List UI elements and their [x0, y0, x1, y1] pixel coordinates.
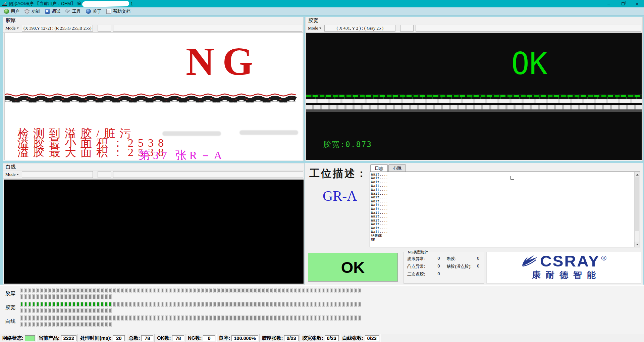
ng-stat-label: 凸点异常:: [407, 264, 425, 270]
menu-item[interactable]: 调试: [44, 8, 64, 15]
menu-item[interactable]: 工具: [64, 8, 85, 15]
ng-statistics-left-column: 波浪异常: 0 凸点异常: 0 二次点胶: 0: [406, 255, 443, 278]
menu-item[interactable]: 关于: [85, 8, 105, 15]
indicator-square: [48, 322, 51, 327]
indicator-square: [145, 302, 148, 307]
log-entry: OK: [371, 238, 634, 241]
indicator-square: [85, 288, 88, 293]
glue-edge-wave: [4, 91, 303, 104]
minimize-button[interactable]: −: [602, 0, 616, 7]
status-label: 胶厚张数:: [261, 335, 284, 341]
indicator-square: [225, 315, 228, 321]
indicator-square: [149, 315, 152, 321]
result-text-ng: NG: [186, 42, 261, 82]
indicator-square: [286, 302, 289, 307]
ng-stat-item: 二次点胶: 0: [406, 271, 443, 278]
indicator-square: [24, 294, 27, 299]
indicator-square: [129, 288, 132, 293]
log-scrollbar[interactable]: [634, 172, 640, 247]
indicator-square: [233, 288, 236, 293]
indicator-square: [40, 288, 43, 293]
indicator-square: [105, 322, 108, 327]
white-line-image[interactable]: [4, 180, 304, 284]
log-checkbox[interactable]: [511, 176, 514, 180]
scroll-up-button[interactable]: [635, 172, 640, 177]
indicator-square: [342, 288, 345, 293]
indicator-square: [181, 288, 184, 293]
indicator-row: [20, 308, 362, 313]
indicator-square: [250, 302, 253, 307]
menu-item[interactable]: 功能: [23, 8, 44, 15]
indicator-square: [133, 315, 136, 321]
status-item: 良率: 100.000%: [216, 334, 259, 342]
indicator-square: [286, 315, 289, 321]
indicator-square: [125, 302, 128, 307]
indicator-square: [193, 315, 196, 321]
indicator-square: [221, 288, 224, 293]
glue-thickness-title: 胶厚: [3, 17, 303, 24]
status-item: NG数: 0: [185, 334, 216, 342]
scroll-down-button[interactable]: [635, 242, 640, 247]
ng-stat-item: 凸点异常: 0: [406, 263, 443, 271]
indicator-square: [97, 322, 100, 327]
indicator-square: [76, 315, 79, 321]
indicator-square: [153, 288, 156, 293]
indicator-square: [342, 302, 345, 307]
glue-thickness-image[interactable]: NG 检测到溢胶/脏污溢胶最小面积：2538溢胶最大面积：2538 第37 张R…: [4, 33, 303, 160]
indicator-square: [258, 302, 261, 307]
ng-stat-value: 0: [438, 272, 440, 277]
indicator-square: [93, 294, 96, 299]
indicator-square: [165, 288, 168, 293]
indicator-square: [76, 288, 79, 293]
indicator-square: [121, 315, 124, 321]
indicator-square: [354, 288, 357, 293]
logo-wing-icon: [521, 255, 539, 267]
glue-width-image[interactable]: OK 胶宽:0.873: [306, 33, 642, 160]
white-line-panel: 白线 Mode: [3, 163, 305, 285]
log-tab[interactable]: 心跳: [388, 164, 406, 172]
mode-dropdown[interactable]: Mode: [306, 26, 323, 31]
indicator-square: [85, 308, 88, 313]
indicator-square: [181, 315, 184, 321]
indicator-group: 胶宽: [0, 302, 644, 313]
mode-dropdown[interactable]: Mode: [4, 26, 20, 31]
indicator-square: [133, 288, 136, 293]
indicator-square-ok: [52, 302, 55, 307]
status-label: OK数:: [156, 335, 172, 341]
indicator-square: [109, 294, 112, 299]
log-tab[interactable]: 日志: [370, 164, 388, 172]
chevron-down-icon: [17, 28, 19, 29]
indicator-square: [76, 294, 79, 299]
indicator-square: [44, 294, 47, 299]
indicator-square: [290, 302, 293, 307]
indicator-square: [105, 288, 108, 293]
indicator-square-ok: [76, 302, 79, 307]
indicator-square: [89, 294, 92, 299]
log-entry: 结果OK: [371, 234, 634, 238]
indicator-square: [113, 302, 116, 307]
indicator-square: [274, 288, 277, 293]
indicator-square: [32, 315, 35, 321]
indicator-square: [89, 308, 92, 313]
menu-item[interactable]: 帮助文档: [105, 8, 134, 15]
indicator-square: [338, 288, 341, 293]
restore-button[interactable]: [616, 0, 630, 7]
status-label: 白线张数:: [341, 335, 365, 341]
indicator-square: [270, 315, 273, 321]
indicator-square: [282, 288, 285, 293]
status-item: OK数: 78: [155, 334, 185, 342]
indicator-square: [189, 302, 192, 307]
window-title: 侧涂AOI程序 【当前用户：OEM】 编: [9, 1, 81, 7]
indicator-square: [64, 294, 67, 299]
indicator-square: [294, 315, 297, 321]
indicator-square: [113, 288, 116, 293]
white-line-title: 白线: [3, 163, 304, 170]
indicator-square-ok: [40, 302, 43, 307]
logo-company-name: 康耐德智能: [527, 269, 601, 281]
indicator-square: [89, 315, 92, 321]
indicator-square: [145, 315, 148, 321]
mode-dropdown[interactable]: Mode: [4, 172, 20, 177]
menu-item[interactable]: 用户: [3, 8, 23, 15]
close-button[interactable]: ×: [630, 0, 644, 7]
scrollbar-thumb[interactable]: [635, 178, 639, 231]
